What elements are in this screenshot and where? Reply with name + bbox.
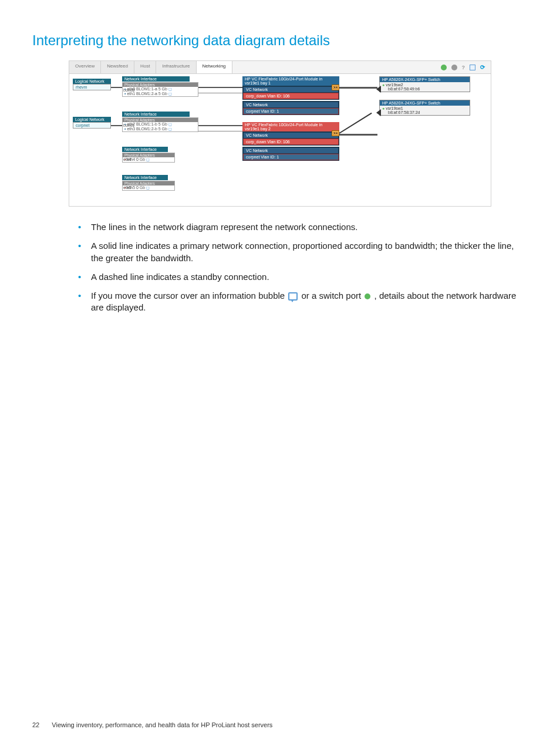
adapter-eth3[interactable]: ▪ eth3 BLOM1:2-b 5 Gb ◻ [123,127,198,131]
switch-port[interactable]: X4 [332,130,339,136]
pa-header: Physical Adapters [123,181,174,185]
help-icon[interactable]: ? [462,65,465,70]
tab-infrastructure[interactable]: Infrastructure [156,61,196,73]
vc-net-detail[interactable]: corp_down Vlan ID: 106 [243,139,339,145]
vc-net-detail[interactable]: corp_down Vlan ID: 106 [243,93,339,99]
list-item: The lines in the network diagram represe… [73,221,519,233]
logical-network-corpnet[interactable]: corpnet [73,122,111,129]
ni-header: Network Interface [122,112,190,117]
switch1-mac: b8:af:67:58:49:b6 [382,87,420,91]
bond0-label: bond0 [123,88,134,92]
network-diagram-screenshot: Overview Newsfeed Host Infrastructure Ne… [69,60,491,207]
arrow-icon [376,109,381,116]
logical-network-label: Logical Network [73,117,111,122]
pa-header: Physical Adapters [123,118,198,122]
description-list: The lines in the network diagram represe… [73,221,519,314]
switch1-name[interactable]: vsr19sw2 [386,83,403,87]
page-footer: 22 Viewing inventory, performance, and h… [32,721,272,728]
footer-text: Viewing inventory, performance, and heal… [52,721,272,728]
logical-network-label: Logical Network [73,79,111,84]
adapter-eth1[interactable]: ▪ eth1 BLOM1:2-a 5 Gb ◻ [123,92,198,96]
module2-title: HP VC FlexFabric 10Gb/24-Port Module in … [242,122,339,131]
ni-header: Network Interface [122,147,168,152]
pa-header: Physical Adapters [123,83,198,87]
eth5-label: eth5 [123,185,131,190]
vc-net-detail[interactable]: corpnet Vlan ID: 1 [243,108,339,114]
window-icon[interactable] [470,65,475,70]
switch2-name[interactable]: vsr19sw1 [386,106,403,110]
status-icon[interactable] [441,65,447,70]
ni-header: Network Interface [122,76,190,82]
tab-networking[interactable]: Networking [197,61,232,73]
vc-network-label: VC Network [243,132,339,139]
switch1-model: HP A5820X-24XG-SFP+ Switch [380,77,470,82]
switch-port[interactable]: X4 [332,85,339,90]
settings-icon[interactable] [451,65,457,70]
switch-port-icon [365,293,370,299]
list-item: If you move the cursor over an informati… [73,290,519,314]
toolbar-icons: ? ⟳ [435,61,491,73]
bond1-label: bond1 [123,123,134,127]
vc-network-label: VC Network [243,86,339,93]
arrow-icon [376,86,381,93]
tab-overview[interactable]: Overview [69,61,101,73]
list-item: A dashed line indicates a standby connec… [73,271,519,283]
tab-host[interactable]: Host [134,61,156,73]
module1-title: HP VC FlexFabric 10Gb/24-Port Module in … [242,76,339,86]
diagram-canvas: Logical Network rhevm Logical Network co… [69,74,491,206]
vc-network-label: VC Network [243,102,339,108]
list-item: A solid line indicates a primary network… [73,240,519,264]
vc-network-label: VC Network [243,147,339,154]
eth4-label: eth4 [123,157,131,161]
info-bubble-icon [288,292,298,301]
ni-header: Network Interface [122,175,168,180]
vc-net-detail[interactable]: corpnet Vlan ID: 1 [243,154,339,160]
page-number: 22 [32,721,39,728]
page-title: Interpreting the networking data diagram… [32,32,560,49]
tab-bar: Overview Newsfeed Host Infrastructure Ne… [69,61,491,74]
switch2-mac: b8:af:67:58:37:2d [382,110,420,114]
tab-newsfeed[interactable]: Newsfeed [101,61,134,73]
hp-logo-icon: ⟳ [480,64,485,70]
pa-header: Physical Adapters [123,153,174,157]
logical-network-rhevm[interactable]: rhevm [73,84,111,90]
switch2-model: HP A5820X-24XG-SFP+ Switch [380,100,470,106]
